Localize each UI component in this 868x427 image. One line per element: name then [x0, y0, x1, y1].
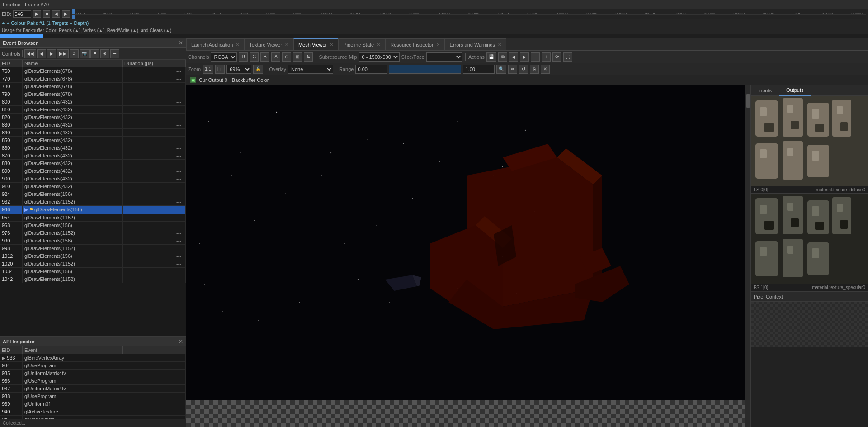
row-dots[interactable]: ---	[172, 275, 186, 283]
prev-btn[interactable]: ◀	[509, 52, 518, 62]
row-dots[interactable]: ---	[172, 114, 186, 121]
row-dots[interactable]: ---	[172, 83, 186, 90]
texture2-preview[interactable]: FS 1[0] material.texture_specular0	[751, 194, 868, 291]
ctrl-next-btn[interactable]: ▶▶	[57, 49, 69, 58]
row-dots[interactable]: ---	[172, 137, 186, 144]
viewer-scrollbar[interactable]	[745, 85, 750, 427]
fullscreen-btn[interactable]: ⛶	[563, 52, 572, 62]
row-dots[interactable]: ---	[172, 237, 186, 244]
channels-select[interactable]: RGBA	[211, 52, 237, 62]
range-start-input[interactable]: 0.00	[355, 65, 387, 74]
ctrl-prev-btn[interactable]: ◀	[37, 49, 46, 58]
table-row[interactable]: 924glDrawElements(156)---	[0, 190, 186, 198]
table-row[interactable]: 900glDrawElements(432)---	[0, 175, 186, 183]
inputs-tab[interactable]: Inputs	[751, 85, 779, 96]
row-dots[interactable]: ---	[172, 98, 186, 105]
range-edit-btn[interactable]: ✏	[508, 65, 517, 74]
a-btn[interactable]: A	[271, 52, 280, 62]
mip-select[interactable]: 0 - 1500x900	[359, 52, 400, 62]
range-reset-btn[interactable]: ↺	[519, 65, 528, 74]
overlay-select[interactable]: None	[288, 65, 333, 74]
row-dots[interactable]: ---	[172, 152, 186, 159]
ctrl-cam-btn[interactable]: 📷	[80, 49, 90, 58]
row-dots[interactable]: ---	[172, 129, 186, 136]
ctrl-play-btn[interactable]: ▶	[47, 49, 56, 58]
ctrl-flag-btn[interactable]: ⚑	[90, 49, 99, 58]
tab-close-btn[interactable]: ✕	[377, 42, 380, 47]
event-table[interactable]: 760glDrawElements(678)---770glDrawElemen…	[0, 67, 186, 336]
tab-mesh-viewer[interactable]: Mesh Viewer✕	[293, 38, 338, 50]
row-dots[interactable]: ---	[172, 222, 186, 229]
row-dots[interactable]: ---	[172, 75, 186, 82]
table-row[interactable]: 998glDrawElements(1152)---	[0, 245, 186, 252]
table-row[interactable]: 910glDrawElements(432)---	[0, 183, 186, 190]
range-close-btn[interactable]: ✕	[541, 65, 550, 74]
viewer-area[interactable]	[186, 85, 745, 400]
api-table-row[interactable]: 938glUseProgram	[0, 393, 186, 400]
sliceface-select[interactable]	[426, 52, 462, 62]
table-row[interactable]: 976glDrawElements(1152)---	[0, 229, 186, 237]
table-row[interactable]: 860glDrawElements(432)---	[0, 144, 186, 152]
g-btn[interactable]: G	[250, 52, 259, 62]
play-btn[interactable]: ▶	[33, 10, 41, 18]
tab-errors-and-warnings[interactable]: Errors and Warnings✕	[445, 38, 506, 50]
zoom-11-btn[interactable]: 1:1	[203, 65, 213, 74]
zoom-in-btn[interactable]: +	[542, 52, 551, 62]
row-dots[interactable]: ---	[172, 214, 186, 221]
table-row[interactable]: 790glDrawElements(678)---	[0, 90, 186, 98]
table-row[interactable]: 770glDrawElements(678)---	[0, 75, 186, 83]
colour-paks-expand[interactable]: +	[2, 20, 5, 26]
table-row[interactable]: 760glDrawElements(678)---	[0, 67, 186, 75]
step-fwd-btn[interactable]: ▶	[62, 10, 70, 18]
fit-btn[interactable]: Fit	[215, 65, 225, 74]
eid-input[interactable]	[13, 10, 31, 18]
grid-btn[interactable]: ⊞	[293, 52, 302, 62]
b-btn[interactable]: B	[260, 52, 269, 62]
row-dots[interactable]: ---	[172, 245, 186, 252]
range-search-btn[interactable]: 🔍	[496, 65, 506, 74]
tab-pipeline-state[interactable]: Pipeline State✕	[338, 38, 385, 50]
table-row[interactable]: 880glDrawElements(432)---	[0, 160, 186, 167]
api-table[interactable]: ▶ 933glBindVertexArray934glUseProgram935…	[0, 354, 186, 419]
api-table-row[interactable]: 940glActiveTexture	[0, 408, 186, 416]
range-bar[interactable]	[389, 65, 461, 74]
api-inspector-close[interactable]: ✕	[179, 338, 183, 345]
flip-btn[interactable]: ⇅	[304, 52, 313, 62]
row-dots[interactable]: ---	[172, 260, 186, 267]
tab-launch-application[interactable]: Launch Application✕	[186, 38, 244, 50]
scrollbar-thumb[interactable]	[746, 94, 750, 108]
tab-texture-viewer[interactable]: Texture Viewer✕	[244, 38, 293, 50]
auto-btn[interactable]: ⊙	[282, 52, 291, 62]
table-row[interactable]: 870glDrawElements(432)---	[0, 152, 186, 160]
table-row[interactable]: 850glDrawElements(432)---	[0, 137, 186, 144]
zoom-pct-select[interactable]: 69%	[226, 65, 251, 74]
api-table-row[interactable]: 934glUseProgram	[0, 362, 186, 370]
api-table-row[interactable]: 939glUniform3f	[0, 400, 186, 408]
save-btn[interactable]: 💾	[486, 52, 496, 62]
ctrl-extra-btn[interactable]: ☰	[110, 49, 119, 58]
event-browser-close[interactable]: ✕	[179, 40, 183, 46]
range-export-btn[interactable]: ⎘	[530, 65, 539, 74]
texture1-preview[interactable]: FS 0[0] material.texture_diffuse0	[751, 96, 868, 194]
table-row[interactable]: 968glDrawElements(156)---	[0, 222, 186, 229]
table-row[interactable]: 954glDrawElements(1152)---	[0, 214, 186, 222]
tab-resource-inspector[interactable]: Resource Inspector✕	[385, 38, 444, 50]
row-dots[interactable]: ---	[172, 160, 186, 167]
table-row[interactable]: 1020glDrawElements(1152)---	[0, 260, 186, 268]
api-table-row[interactable]: 936glUseProgram	[0, 377, 186, 385]
row-dots[interactable]: ---	[172, 183, 186, 190]
row-dots[interactable]: ---	[172, 268, 186, 275]
zoom-out-btn[interactable]: −	[531, 52, 540, 62]
ctrl-loop-btn[interactable]: ↺	[70, 49, 79, 58]
next2-btn[interactable]: ▶	[520, 52, 529, 62]
row-dots[interactable]: ---	[172, 121, 186, 128]
zoom-lock-btn[interactable]: 🔒	[253, 65, 263, 74]
table-row[interactable]: 990glDrawElements(156)---	[0, 237, 186, 245]
tab-close-btn[interactable]: ✕	[236, 42, 239, 47]
outputs-tab[interactable]: Outputs	[779, 85, 811, 96]
range-end-input[interactable]: 1.00	[463, 65, 495, 74]
api-table-row[interactable]: 937glUniformMatrix4fv	[0, 385, 186, 393]
table-row[interactable]: 800glDrawElements(432)---	[0, 98, 186, 106]
tab-close-btn[interactable]: ✕	[436, 42, 440, 47]
tab-close-btn[interactable]: ✕	[285, 42, 288, 47]
